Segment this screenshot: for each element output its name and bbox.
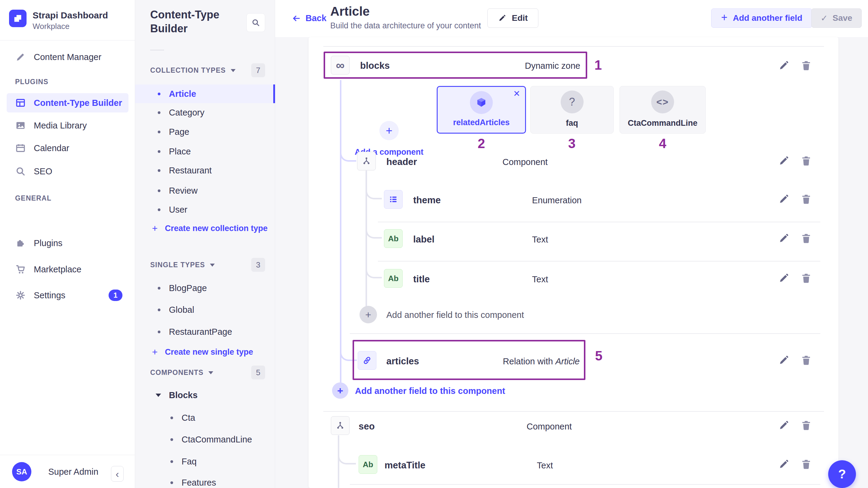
divider [323, 411, 824, 412]
help-button[interactable]: ? [828, 460, 856, 488]
help-icon: ? [838, 467, 846, 481]
divider [323, 46, 824, 47]
delete-field-button[interactable] [801, 420, 812, 431]
create-single-type-label: Create new single type [165, 347, 253, 357]
sidebar-item-place[interactable]: Place [135, 142, 275, 161]
delete-field-button[interactable] [801, 272, 812, 284]
sidebar-item-seo[interactable]: SEO [7, 162, 128, 181]
text-field-icon: Ab [384, 229, 403, 248]
plus-icon: + [152, 223, 158, 234]
bullet-icon [158, 287, 160, 289]
single-type-label: BlogPage [169, 283, 207, 293]
page-header: Back Article Build the data architecture… [275, 0, 868, 37]
add-another-field-button[interactable]: + Add another field [711, 8, 812, 28]
avatar[interactable]: SA [12, 462, 31, 481]
annotation-number-1: 1 [594, 58, 602, 73]
edit-field-button[interactable] [778, 458, 789, 470]
delete-field-button[interactable] [801, 155, 812, 166]
sidebar-item-label: SEO [34, 166, 52, 177]
row-actions [778, 458, 812, 470]
sidebar-item-blogpage[interactable]: BlogPage [135, 279, 275, 297]
sidebar-item-ctacommandline[interactable]: CtaCommandLine [135, 430, 275, 449]
sidebar-item-page[interactable]: Page [135, 122, 275, 141]
bullet-icon [158, 93, 160, 95]
collection-types-heading[interactable]: COLLECTION TYPES [150, 66, 236, 74]
row-actions [778, 420, 812, 431]
arrow-left-icon [292, 13, 301, 23]
sidebar-item-content-type-builder[interactable]: Content-Type Builder [7, 93, 128, 113]
sidebar-item-features[interactable]: Features [135, 473, 275, 488]
back-label: Back [306, 13, 326, 23]
sidebar-item-calendar[interactable]: Calendar [7, 139, 128, 158]
create-collection-type-label: Create new collection type [165, 224, 268, 233]
add-field-to-component-label[interactable]: Add another field to this component [386, 310, 524, 320]
delete-field-button[interactable] [801, 233, 812, 244]
annotation-number-5: 5 [595, 348, 602, 363]
component-card-ctacommandline[interactable]: <> CtaCommandLine [619, 86, 706, 133]
components-heading[interactable]: COMPONENTS [150, 369, 213, 377]
component-card-faq[interactable]: ? faq [530, 86, 614, 133]
component-card-relatedarticles[interactable]: ✕ relatedArticles [437, 86, 526, 133]
strapi-logo[interactable] [9, 10, 27, 27]
delete-field-button[interactable] [801, 355, 812, 366]
close-icon[interactable]: ✕ [513, 89, 520, 99]
field-type-label: Text [532, 235, 548, 245]
edit-field-button[interactable] [778, 420, 789, 431]
delete-field-button[interactable] [801, 193, 812, 205]
sidebar-item-article[interactable]: Article [135, 85, 275, 103]
field-name-seo: seo [359, 421, 375, 432]
edit-field-button[interactable] [778, 272, 789, 284]
single-types-heading[interactable]: SINGLE TYPES [150, 261, 215, 269]
sidebar-item-marketplace[interactable]: Marketplace [7, 260, 128, 279]
bullet-icon [158, 131, 160, 133]
sidebar-item-restaurant[interactable]: Restaurant [135, 161, 275, 180]
delete-field-button[interactable] [801, 458, 812, 470]
edit-button[interactable]: Edit [487, 8, 538, 28]
collapse-sidebar-button[interactable]: ‹ [111, 466, 124, 482]
delete-field-button[interactable] [801, 60, 812, 71]
chevron-down-icon [231, 69, 236, 72]
sidebar-item-faq[interactable]: Faq [135, 452, 275, 471]
component-group-blocks[interactable]: Blocks [135, 386, 275, 404]
plus-icon: + [365, 309, 371, 321]
sidebar-item-cta[interactable]: Cta [135, 408, 275, 427]
builder-sidebar: Content-Type Builder COLLECTION TYPES 7 … [135, 0, 275, 488]
sidebar-item-category[interactable]: Category [135, 103, 275, 122]
layout-icon [15, 97, 26, 108]
add-field-to-dynamic-zone-button[interactable]: + [332, 383, 348, 399]
edit-field-button[interactable] [778, 60, 789, 71]
edit-field-button[interactable] [778, 155, 789, 166]
save-button[interactable]: ✓ Save [811, 8, 862, 28]
add-component-button[interactable]: + [379, 121, 399, 140]
back-button[interactable]: Back [292, 13, 326, 23]
sidebar-item-user[interactable]: User [135, 200, 275, 219]
sidebar-item-restaurantpage[interactable]: RestaurantPage [135, 323, 275, 341]
sidebar-item-media-library[interactable]: Media Library [7, 116, 128, 135]
sidebar-item-label: Settings [34, 291, 65, 300]
workspace-label: Workplace [33, 22, 69, 31]
collection-type-label: Place [169, 147, 191, 156]
add-field-to-dynamic-zone-label[interactable]: Add another field to this component [355, 386, 505, 396]
edit-field-button[interactable] [778, 355, 789, 366]
bullet-icon [170, 481, 173, 484]
edit-field-button[interactable] [778, 193, 789, 205]
sidebar-item-global[interactable]: Global [135, 300, 275, 319]
sidebar-item-content-manager[interactable]: Content Manager [7, 48, 128, 67]
field-name-header: header [386, 156, 417, 167]
fields-card: 1 ∞ blocks Dynamic zone + Add a componen… [309, 37, 838, 488]
search-button[interactable] [246, 13, 265, 32]
sidebar-item-plugins[interactable]: Plugins [7, 234, 128, 253]
bullet-icon [158, 111, 160, 114]
edit-field-button[interactable] [778, 233, 789, 244]
chevron-down-icon [156, 394, 161, 397]
sidebar-item-label: Content-Type Builder [34, 98, 122, 108]
add-field-to-component-button[interactable]: + [360, 306, 377, 323]
create-single-type-link[interactable]: + Create new single type [135, 343, 275, 361]
calendar-icon [15, 143, 26, 154]
sidebar-item-label: Content Manager [34, 52, 101, 62]
strapi-logo-icon [13, 13, 23, 24]
create-collection-type-link[interactable]: + Create new collection type [135, 219, 275, 238]
puzzle-icon [15, 238, 26, 248]
sidebar-item-review[interactable]: Review [135, 181, 275, 200]
edit-label: Edit [512, 13, 528, 23]
